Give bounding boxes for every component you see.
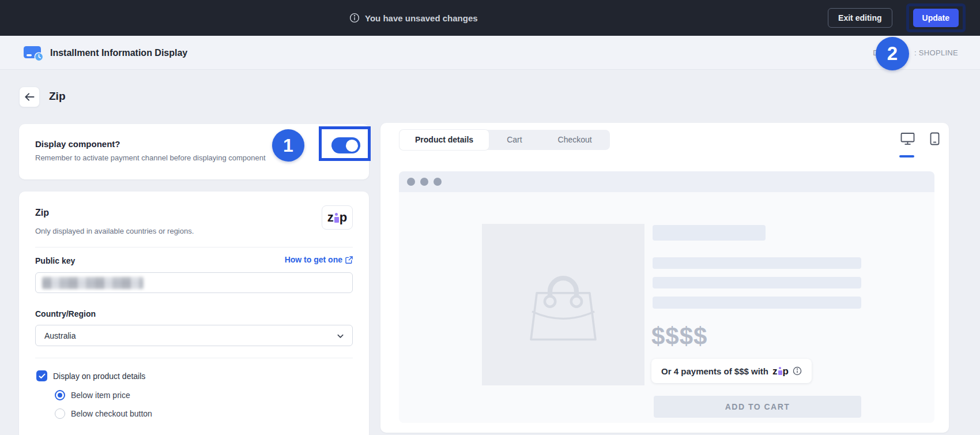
public-key-input[interactable]	[35, 272, 353, 293]
app-title: Installment Information Display	[50, 36, 187, 70]
public-key-redacted-value	[42, 277, 144, 289]
chevron-down-icon	[337, 332, 344, 340]
radio-unselected-icon	[55, 408, 65, 419]
text-placeholder-line	[653, 277, 861, 288]
price-placeholder: $$$$	[651, 322, 707, 350]
display-component-toggle[interactable]	[331, 137, 360, 153]
checkbox-label: Display on product details	[53, 372, 145, 381]
display-component-title: Display component?	[35, 139, 120, 149]
zip-logo-box: z p	[322, 205, 353, 230]
preview-content: $$$$ Or 4 payments of $$$ with z p ADD T…	[399, 192, 934, 423]
info-icon	[349, 13, 360, 23]
preview-tabs: Product details Cart Checkout	[399, 130, 610, 150]
add-to-cart-button[interactable]: ADD TO CART	[654, 396, 861, 418]
update-annotation-box: Update	[906, 3, 966, 32]
display-component-card: Display component? Remember to activate …	[19, 124, 369, 179]
display-on-product-details-checkbox[interactable]: Display on product details	[36, 370, 145, 381]
provider-name: Zip	[35, 208, 49, 218]
bag-icon	[525, 267, 601, 343]
zip-letter-z: z	[327, 212, 334, 222]
topbar-actions: Exit editing Update	[828, 0, 966, 36]
unsaved-changes-message: You have unsaved changes	[349, 0, 478, 36]
checkbox-checked-icon	[36, 370, 47, 381]
radio-label: Below checkout button	[71, 409, 152, 418]
country-region-select[interactable]: Australia	[35, 325, 353, 346]
unsaved-changes-bar: You have unsaved changes Exit editing Up…	[0, 0, 980, 36]
zip-settings-card: Zip z p Only displayed in available coun…	[19, 192, 369, 435]
desktop-preview-icon[interactable]	[900, 132, 915, 145]
unsaved-changes-text: You have unsaved changes	[365, 13, 478, 23]
zip-letter-p: p	[783, 367, 789, 375]
zip-logo-small: z p	[772, 367, 789, 375]
installment-display-editor-screen: You have unsaved changes Exit editing Up…	[0, 0, 980, 435]
tab-checkout[interactable]: Checkout	[540, 130, 610, 150]
exit-editing-button[interactable]: Exit editing	[828, 8, 892, 28]
browser-chrome-bar	[399, 171, 934, 192]
mobile-preview-icon[interactable]	[930, 132, 940, 145]
page-title: Zip	[49, 90, 66, 103]
how-to-get-one-link[interactable]: How to get one	[285, 255, 353, 264]
developer-meta-suffix: : SHOPLINE	[914, 48, 958, 57]
device-switcher	[900, 132, 940, 145]
preview-card: Product details Cart Checkout	[380, 123, 949, 433]
zip-logo: z p	[327, 212, 347, 222]
text-placeholder-line	[653, 297, 861, 309]
active-device-underline	[899, 155, 914, 158]
country-region-value: Australia	[44, 331, 76, 340]
divider	[35, 358, 353, 358]
installment-info-icon[interactable]	[793, 366, 802, 376]
zip-letter-p: p	[340, 212, 347, 222]
product-image-placeholder	[482, 224, 644, 385]
app-header: Installment Information Display D : SHOP…	[0, 36, 980, 70]
toggle-knob	[346, 140, 358, 152]
back-button[interactable]	[19, 87, 40, 107]
browser-dot	[420, 178, 428, 186]
how-to-get-one-text: How to get one	[285, 255, 342, 264]
installment-text: Or 4 payments of $$$ with	[661, 366, 768, 376]
installment-card-icon	[23, 44, 44, 62]
installment-widget: Or 4 payments of $$$ with z p	[651, 359, 812, 383]
browser-dot	[434, 178, 442, 186]
divider	[35, 247, 353, 247]
browser-dot	[407, 178, 415, 186]
back-arrow-icon	[25, 93, 35, 101]
radio-label: Below item price	[71, 391, 130, 400]
public-key-label: Public key	[35, 256, 75, 265]
zip-i-block	[334, 213, 339, 223]
radio-selected-icon	[55, 390, 65, 400]
provider-description: Only displayed in available countries or…	[35, 227, 194, 235]
tab-cart[interactable]: Cart	[489, 130, 540, 150]
step-badge-2: 2	[876, 37, 909, 70]
display-component-subtitle: Remember to activate payment channel bef…	[35, 153, 266, 162]
radio-below-item-price[interactable]: Below item price	[55, 390, 130, 400]
radio-below-checkout-button[interactable]: Below checkout button	[55, 408, 152, 419]
text-placeholder-title	[653, 225, 766, 241]
zip-i-block	[778, 367, 782, 375]
update-button[interactable]: Update	[913, 9, 959, 27]
step-badge-1: 1	[272, 129, 304, 162]
country-region-label: Country/Region	[35, 309, 96, 318]
zip-letter-z: z	[772, 367, 778, 375]
tab-product-details[interactable]: Product details	[399, 130, 489, 150]
external-link-icon	[345, 256, 353, 264]
text-placeholder-line	[653, 257, 861, 269]
